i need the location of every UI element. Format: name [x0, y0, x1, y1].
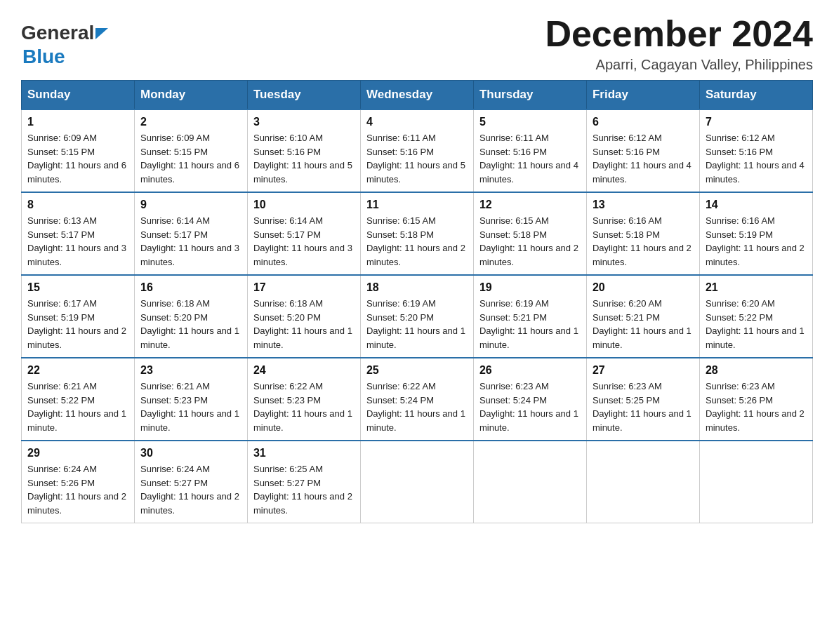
calendar-week-row: 1 Sunrise: 6:09 AMSunset: 5:15 PMDayligh… [22, 109, 813, 192]
day-info: Sunrise: 6:21 AMSunset: 5:23 PMDaylight:… [140, 381, 239, 433]
header-wednesday: Wednesday [360, 81, 473, 110]
calendar-day-cell [473, 441, 586, 523]
calendar-day-cell: 1 Sunrise: 6:09 AMSunset: 5:15 PMDayligh… [22, 109, 135, 192]
calendar-day-cell: 4 Sunrise: 6:11 AMSunset: 5:16 PMDayligh… [360, 109, 473, 192]
day-number: 26 [479, 364, 581, 377]
day-number: 6 [593, 116, 694, 128]
day-info: Sunrise: 6:20 AMSunset: 5:22 PMDaylight:… [706, 298, 805, 350]
day-number: 17 [253, 281, 355, 294]
calendar-day-cell: 27 Sunrise: 6:23 AMSunset: 5:25 PMDaylig… [586, 358, 699, 441]
calendar-day-cell: 9 Sunrise: 6:14 AMSunset: 5:17 PMDayligh… [134, 192, 247, 275]
day-number: 4 [366, 116, 468, 128]
calendar-day-cell: 3 Sunrise: 6:10 AMSunset: 5:16 PMDayligh… [247, 109, 360, 192]
svg-marker-0 [95, 28, 108, 39]
day-info: Sunrise: 6:15 AMSunset: 5:18 PMDaylight:… [479, 215, 578, 267]
day-number: 24 [253, 364, 355, 377]
day-info: Sunrise: 6:18 AMSunset: 5:20 PMDaylight:… [140, 298, 239, 350]
day-info: Sunrise: 6:14 AMSunset: 5:17 PMDaylight:… [253, 215, 352, 267]
header-saturday: Saturday [699, 81, 812, 110]
day-number: 16 [140, 281, 241, 294]
calendar-day-cell [586, 441, 699, 523]
calendar-day-cell: 29 Sunrise: 6:24 AMSunset: 5:26 PMDaylig… [22, 441, 135, 523]
day-number: 7 [706, 116, 807, 128]
logo-general-text: General [21, 21, 94, 45]
day-number: 2 [140, 116, 241, 128]
day-number: 19 [479, 281, 581, 294]
day-number: 3 [253, 116, 355, 128]
calendar-day-cell: 5 Sunrise: 6:11 AMSunset: 5:16 PMDayligh… [473, 109, 586, 192]
day-info: Sunrise: 6:22 AMSunset: 5:23 PMDaylight:… [253, 381, 352, 433]
day-number: 31 [253, 447, 355, 459]
day-info: Sunrise: 6:20 AMSunset: 5:21 PMDaylight:… [593, 298, 691, 350]
day-number: 29 [27, 447, 128, 459]
calendar-day-cell [360, 441, 473, 523]
calendar-day-cell: 23 Sunrise: 6:21 AMSunset: 5:23 PMDaylig… [134, 358, 247, 441]
calendar-day-cell: 25 Sunrise: 6:22 AMSunset: 5:24 PMDaylig… [360, 358, 473, 441]
day-number: 12 [479, 199, 581, 211]
page-header: General Blue December 2024 Aparri, Cagay… [21, 14, 813, 73]
day-number: 21 [706, 281, 807, 294]
day-info: Sunrise: 6:12 AMSunset: 5:16 PMDaylight:… [706, 133, 805, 185]
header-tuesday: Tuesday [247, 81, 360, 110]
calendar-day-cell: 8 Sunrise: 6:13 AMSunset: 5:17 PMDayligh… [22, 192, 135, 275]
day-number: 5 [479, 116, 581, 128]
day-number: 8 [27, 199, 128, 211]
header-sunday: Sunday [22, 81, 135, 110]
day-number: 13 [593, 199, 694, 211]
day-info: Sunrise: 6:24 AMSunset: 5:26 PMDaylight:… [27, 464, 126, 516]
day-info: Sunrise: 6:13 AMSunset: 5:17 PMDaylight:… [27, 215, 126, 267]
calendar-day-cell: 30 Sunrise: 6:24 AMSunset: 5:27 PMDaylig… [134, 441, 247, 523]
logo: General Blue [21, 21, 108, 68]
weekday-header-row: Sunday Monday Tuesday Wednesday Thursday… [22, 81, 813, 110]
day-info: Sunrise: 6:11 AMSunset: 5:16 PMDaylight:… [366, 133, 465, 185]
calendar-day-cell [699, 441, 812, 523]
day-info: Sunrise: 6:12 AMSunset: 5:16 PMDaylight:… [593, 133, 691, 185]
calendar-day-cell: 18 Sunrise: 6:19 AMSunset: 5:20 PMDaylig… [360, 275, 473, 358]
day-info: Sunrise: 6:23 AMSunset: 5:24 PMDaylight:… [479, 381, 578, 433]
day-number: 27 [593, 364, 694, 377]
day-info: Sunrise: 6:11 AMSunset: 5:16 PMDaylight:… [479, 133, 578, 185]
day-info: Sunrise: 6:14 AMSunset: 5:17 PMDaylight:… [140, 215, 239, 267]
day-info: Sunrise: 6:17 AMSunset: 5:19 PMDaylight:… [27, 298, 126, 350]
calendar-week-row: 22 Sunrise: 6:21 AMSunset: 5:22 PMDaylig… [22, 358, 813, 441]
calendar-day-cell: 17 Sunrise: 6:18 AMSunset: 5:20 PMDaylig… [247, 275, 360, 358]
calendar-week-row: 29 Sunrise: 6:24 AMSunset: 5:26 PMDaylig… [22, 441, 813, 523]
calendar-day-cell: 2 Sunrise: 6:09 AMSunset: 5:15 PMDayligh… [134, 109, 247, 192]
calendar-day-cell: 20 Sunrise: 6:20 AMSunset: 5:21 PMDaylig… [586, 275, 699, 358]
calendar-day-cell: 24 Sunrise: 6:22 AMSunset: 5:23 PMDaylig… [247, 358, 360, 441]
day-info: Sunrise: 6:23 AMSunset: 5:25 PMDaylight:… [593, 381, 691, 433]
calendar-week-row: 15 Sunrise: 6:17 AMSunset: 5:19 PMDaylig… [22, 275, 813, 358]
calendar-day-cell: 21 Sunrise: 6:20 AMSunset: 5:22 PMDaylig… [699, 275, 812, 358]
day-info: Sunrise: 6:18 AMSunset: 5:20 PMDaylight:… [253, 298, 352, 350]
day-info: Sunrise: 6:24 AMSunset: 5:27 PMDaylight:… [140, 464, 239, 516]
logo-chevron-icon [95, 28, 108, 39]
day-number: 23 [140, 364, 241, 377]
calendar-day-cell: 10 Sunrise: 6:14 AMSunset: 5:17 PMDaylig… [247, 192, 360, 275]
day-number: 10 [253, 199, 355, 211]
calendar-day-cell: 19 Sunrise: 6:19 AMSunset: 5:21 PMDaylig… [473, 275, 586, 358]
day-info: Sunrise: 6:16 AMSunset: 5:19 PMDaylight:… [706, 215, 805, 267]
day-number: 28 [706, 364, 807, 377]
day-number: 9 [140, 199, 241, 211]
month-title: December 2024 [545, 14, 813, 54]
calendar-day-cell: 11 Sunrise: 6:15 AMSunset: 5:18 PMDaylig… [360, 192, 473, 275]
day-number: 11 [366, 199, 468, 211]
header-monday: Monday [134, 81, 247, 110]
day-number: 14 [706, 199, 807, 211]
header-thursday: Thursday [473, 81, 586, 110]
day-info: Sunrise: 6:10 AMSunset: 5:16 PMDaylight:… [253, 133, 352, 185]
calendar-day-cell: 16 Sunrise: 6:18 AMSunset: 5:20 PMDaylig… [134, 275, 247, 358]
day-info: Sunrise: 6:09 AMSunset: 5:15 PMDaylight:… [140, 133, 239, 185]
day-info: Sunrise: 6:16 AMSunset: 5:18 PMDaylight:… [593, 215, 691, 267]
calendar-day-cell: 7 Sunrise: 6:12 AMSunset: 5:16 PMDayligh… [699, 109, 812, 192]
day-info: Sunrise: 6:25 AMSunset: 5:27 PMDaylight:… [253, 464, 352, 516]
calendar-day-cell: 14 Sunrise: 6:16 AMSunset: 5:19 PMDaylig… [699, 192, 812, 275]
location-subtitle: Aparri, Cagayan Valley, Philippines [545, 57, 813, 73]
header-friday: Friday [586, 81, 699, 110]
calendar-day-cell: 31 Sunrise: 6:25 AMSunset: 5:27 PMDaylig… [247, 441, 360, 523]
day-number: 30 [140, 447, 241, 459]
day-info: Sunrise: 6:23 AMSunset: 5:26 PMDaylight:… [706, 381, 805, 433]
day-number: 15 [27, 281, 128, 294]
calendar-day-cell: 15 Sunrise: 6:17 AMSunset: 5:19 PMDaylig… [22, 275, 135, 358]
calendar-day-cell: 26 Sunrise: 6:23 AMSunset: 5:24 PMDaylig… [473, 358, 586, 441]
